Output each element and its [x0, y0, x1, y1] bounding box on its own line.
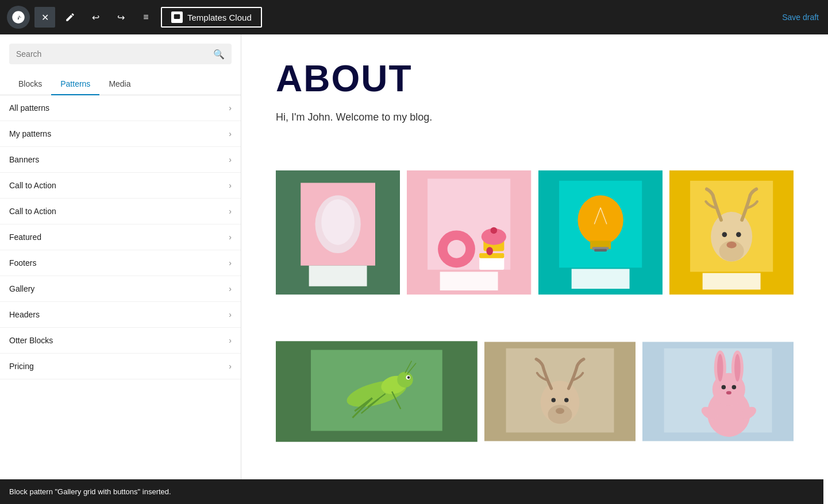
chevron-icon: ›	[229, 258, 232, 267]
content-area: ABOUT Hi, I'm John. Welcome to my blog.	[241, 34, 828, 504]
pattern-label: All patterns	[9, 103, 49, 113]
pattern-item-banners[interactable]: Banners ›	[0, 147, 241, 173]
pattern-label: Call to Action	[9, 207, 56, 216]
search-input[interactable]	[16, 44, 213, 64]
gallery-item-7	[642, 325, 794, 458]
svg-point-32	[722, 232, 727, 237]
svg-point-21	[577, 195, 623, 245]
chevron-icon: ›	[229, 181, 232, 190]
toast-notification: Block pattern "Gallery grid with buttons…	[0, 479, 241, 504]
templates-cloud-icon	[171, 11, 183, 23]
sidebar: 🔍 Blocks Patterns Media All patterns › M…	[0, 34, 241, 504]
svg-point-6	[321, 199, 355, 245]
svg-rect-7	[309, 266, 367, 286]
top-bar: W ✕ ↩ ↪ ≡ Templates Cloud Save draft	[0, 0, 828, 34]
wp-logo[interactable]: W	[7, 6, 30, 29]
chevron-icon: ›	[229, 207, 232, 216]
svg-point-66	[732, 385, 737, 390]
pattern-label: Banners	[9, 155, 39, 164]
pattern-item-gallery[interactable]: Gallery ›	[0, 276, 241, 302]
templates-cloud-button[interactable]: Templates Cloud	[161, 7, 262, 28]
svg-rect-27	[571, 269, 629, 289]
pattern-item-call-to-action-2[interactable]: Call to Action ›	[0, 199, 241, 224]
gallery-item-4	[669, 146, 794, 319]
svg-rect-2	[174, 14, 180, 19]
tab-blocks[interactable]: Blocks	[9, 73, 51, 95]
svg-rect-35	[702, 273, 760, 290]
gallery-grid-top	[276, 146, 794, 319]
chevron-icon: ›	[229, 310, 232, 319]
svg-point-17	[487, 247, 494, 255]
search-icon: 🔍	[213, 49, 225, 60]
pattern-item-otter-blocks[interactable]: Otter Blocks ›	[0, 328, 241, 354]
pattern-label: Otter Blocks	[9, 336, 53, 345]
close-button[interactable]: ✕	[34, 7, 55, 28]
svg-rect-18	[440, 272, 498, 290]
pattern-item-featured[interactable]: Featured ›	[0, 224, 241, 250]
search-input-wrap: 🔍	[9, 44, 232, 64]
pattern-item-footers[interactable]: Footers ›	[0, 250, 241, 276]
svg-point-34	[726, 242, 736, 249]
search-bar: 🔍	[0, 34, 241, 73]
tab-patterns[interactable]: Patterns	[51, 73, 99, 95]
svg-point-55	[564, 398, 569, 402]
tab-media[interactable]: Media	[99, 73, 140, 95]
chevron-icon: ›	[229, 362, 232, 371]
chevron-icon: ›	[229, 336, 232, 345]
tabs: Blocks Patterns Media	[0, 73, 241, 95]
gallery-item-1	[276, 146, 400, 319]
svg-point-56	[556, 408, 564, 414]
gallery-item-6	[484, 325, 636, 458]
chevron-icon: ›	[229, 284, 232, 293]
chevron-icon: ›	[229, 155, 232, 164]
pattern-item-all-patterns[interactable]: All patterns ›	[0, 95, 241, 121]
chevron-icon: ›	[229, 103, 232, 113]
pattern-item-call-to-action-1[interactable]: Call to Action ›	[0, 173, 241, 199]
svg-point-40	[397, 372, 413, 387]
svg-point-53	[548, 405, 572, 424]
pattern-item-my-patterns[interactable]: My patterns ›	[0, 121, 241, 147]
svg-point-11	[448, 240, 466, 258]
chevron-icon: ›	[229, 232, 232, 242]
gallery-grid-bottom	[276, 325, 794, 458]
gallery-item-3	[538, 146, 663, 319]
svg-rect-24	[594, 249, 607, 251]
svg-point-33	[736, 232, 741, 237]
redo-button[interactable]: ↪	[110, 7, 131, 28]
pattern-item-pricing[interactable]: Pricing ›	[0, 354, 241, 379]
gallery-item-2	[407, 146, 531, 319]
pattern-item-headers[interactable]: Headers ›	[0, 302, 241, 328]
edit-icon[interactable]	[60, 7, 80, 28]
more-options-button[interactable]: ≡	[136, 7, 156, 28]
pattern-label: My patterns	[9, 129, 51, 138]
page-title: ABOUT	[276, 57, 794, 100]
templates-cloud-label: Templates Cloud	[187, 13, 252, 22]
svg-point-67	[726, 391, 731, 394]
svg-point-63	[717, 354, 723, 382]
svg-point-54	[551, 398, 556, 402]
gallery-item-5	[276, 325, 477, 458]
pattern-label: Gallery	[9, 284, 34, 293]
svg-point-65	[721, 385, 726, 390]
svg-point-14	[491, 227, 498, 234]
svg-point-42	[407, 376, 410, 379]
pattern-label: Call to Action	[9, 181, 56, 190]
svg-point-64	[734, 354, 741, 382]
pattern-label: Pricing	[9, 362, 34, 371]
patterns-list: All patterns › My patterns › Banners › C…	[0, 95, 241, 504]
save-draft-button[interactable]: Save draft	[782, 13, 819, 22]
svg-text:W: W	[16, 14, 21, 21]
undo-button[interactable]: ↩	[85, 7, 106, 28]
pattern-label: Headers	[9, 310, 40, 319]
main-layout: 🔍 Blocks Patterns Media All patterns › M…	[0, 34, 828, 504]
pattern-label: Footers	[9, 258, 36, 267]
chevron-icon: ›	[229, 129, 232, 138]
pattern-label: Featured	[9, 232, 41, 242]
page-subtitle: Hi, I'm John. Welcome to my blog.	[276, 111, 794, 123]
